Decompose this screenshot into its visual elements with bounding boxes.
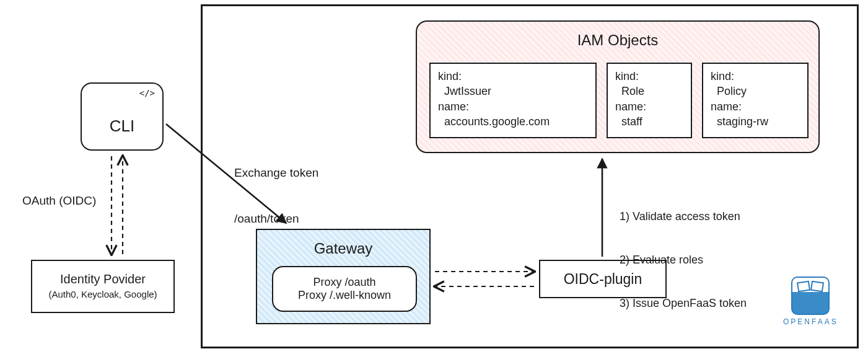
iam-obj2-name: staff [621, 115, 642, 128]
idp-box: Identity Povider (Auth0, Keycloak, Googl… [31, 260, 175, 313]
iam-obj2-name-label: name: [615, 100, 646, 113]
iam-obj1-kind-label: kind: [438, 70, 462, 82]
iam-obj2-kind-label: kind: [615, 70, 639, 82]
iam-obj1-name: accounts.google.com [444, 115, 550, 128]
step-1: 1) Validate access token [620, 210, 747, 224]
gateway-proxy2: Proxy /.well-known [298, 289, 391, 302]
iam-container: IAM Objects kind: JwtIssuer name: accoun… [416, 20, 820, 153]
gateway-proxy1: Proxy /oauth [313, 276, 375, 289]
oauth-label: OAuth (OIDC) [22, 193, 96, 209]
diagram-stage: </> CLI Identity Povider (Auth0, Keycloa… [0, 0, 868, 354]
whale-icon [791, 277, 830, 315]
step-3: 3) Issue OpenFaaS token [620, 296, 747, 311]
iam-obj3-name-label: name: [711, 100, 742, 113]
iam-jwtissuer: kind: JwtIssuer name: accounts.google.co… [429, 63, 597, 138]
step-2: 2) Evaluate roles [620, 253, 747, 267]
cli-box: </> CLI [81, 82, 164, 151]
iam-obj3-kind-label: kind: [711, 70, 734, 82]
exchange-line1: Exchange token [234, 166, 318, 181]
iam-policy: kind: Policy name: staging-rw [702, 63, 809, 138]
code-icon: </> [139, 87, 155, 99]
cli-label: CLI [82, 116, 162, 137]
exchange-label: Exchange token /oauth/token [234, 135, 318, 258]
iam-obj1-kind: JwtIssuer [444, 85, 491, 97]
gateway-proxy-box: Proxy /oauth Proxy /.well-known [272, 266, 417, 312]
idp-title: Identity Povider [32, 271, 173, 287]
steps-label: 1) Validate access token 2) Evaluate rol… [620, 180, 747, 340]
openfaas-logo: OPENFAAS [783, 277, 838, 326]
iam-title: IAM Objects [417, 30, 818, 50]
idp-subtitle: (Auth0, Keycloak, Google) [32, 288, 173, 301]
exchange-line2: /oauth/token [234, 211, 318, 227]
iam-role: kind: Role name: staff [607, 63, 692, 138]
logo-text: OPENFAAS [783, 317, 838, 326]
iam-obj3-kind: Policy [717, 85, 747, 97]
iam-obj3-name: staging-rw [717, 115, 768, 128]
iam-obj2-kind: Role [621, 85, 644, 97]
iam-obj1-name-label: name: [438, 100, 469, 113]
